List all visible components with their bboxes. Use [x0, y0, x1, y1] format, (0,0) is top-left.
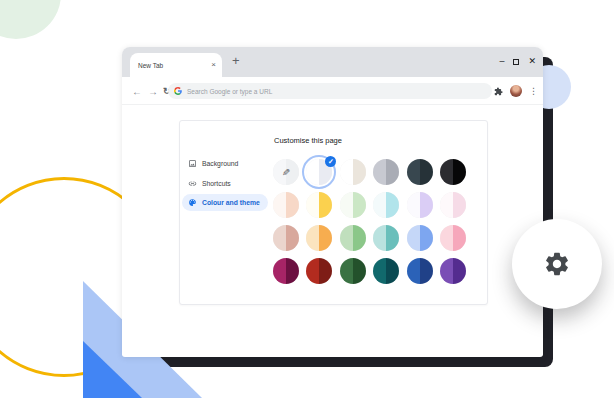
theme-swatch[interactable] — [373, 159, 399, 185]
swatch-circle — [306, 192, 332, 218]
address-bar[interactable]: Search Google or type a URL — [168, 83, 492, 99]
theme-swatch[interactable] — [373, 258, 399, 284]
swatch-left-half — [340, 258, 353, 284]
maximize-button[interactable] — [513, 59, 519, 65]
theme-swatch[interactable] — [373, 192, 399, 218]
theme-swatch[interactable] — [340, 225, 366, 251]
swatch-circle — [340, 258, 366, 284]
theme-swatch[interactable] — [340, 159, 366, 185]
swatch-right-half — [453, 258, 466, 284]
swatch-right-half — [420, 159, 433, 185]
tab-new-tab[interactable]: New Tab × — [130, 53, 222, 77]
swatch-right-half — [386, 225, 399, 251]
sidebar-item-colour-and-theme[interactable]: Colour and theme — [182, 194, 268, 211]
swatch-right-half — [353, 225, 366, 251]
theme-swatch[interactable] — [440, 159, 466, 185]
swatch-circle — [440, 192, 466, 218]
sidebar-item-background[interactable]: Background — [182, 155, 268, 172]
theme-swatch[interactable] — [440, 225, 466, 251]
theme-swatch[interactable] — [407, 225, 433, 251]
extension-icon[interactable] — [494, 87, 503, 96]
swatch-circle — [373, 258, 399, 284]
swatch-circle — [306, 258, 332, 284]
profile-avatar[interactable] — [510, 85, 522, 97]
swatch-left-half — [306, 258, 319, 284]
theme-swatch[interactable] — [273, 258, 299, 284]
swatch-right-half — [420, 225, 433, 251]
mint-circle-decoration — [0, 0, 61, 39]
theme-swatch[interactable] — [373, 225, 399, 251]
swatch-left-half — [273, 258, 286, 284]
forward-icon[interactable]: → — [148, 77, 158, 105]
new-tab-button[interactable]: + — [232, 54, 240, 67]
theme-swatch[interactable] — [340, 192, 366, 218]
swatch-left-half — [273, 225, 286, 251]
swatch-circle — [273, 192, 299, 218]
theme-swatch[interactable] — [273, 192, 299, 218]
swatch-left-half — [407, 192, 420, 218]
swatch-left-half — [340, 159, 353, 185]
theme-swatch[interactable] — [407, 192, 433, 218]
swatch-left-half — [340, 225, 353, 251]
sidebar-item-shortcuts[interactable]: Shortcuts — [182, 175, 268, 192]
swatch-right-half — [319, 225, 332, 251]
swatch-right-half — [319, 192, 332, 218]
swatch-left-half — [340, 192, 353, 218]
minimize-button[interactable]: – — [499, 57, 504, 66]
theme-swatch[interactable] — [306, 225, 332, 251]
swatch-right-half — [286, 258, 299, 284]
theme-swatch[interactable] — [340, 258, 366, 284]
theme-swatch[interactable] — [306, 258, 332, 284]
swatch-right-half — [386, 258, 399, 284]
theme-swatch[interactable] — [407, 159, 433, 185]
swatch-left-half — [440, 192, 453, 218]
sidebar-item-label: Colour and theme — [202, 199, 260, 206]
address-bar-placeholder: Search Google or type a URL — [187, 88, 272, 95]
swatch-right-half — [286, 225, 299, 251]
swatch-right-half — [353, 192, 366, 218]
sidebar-item-label: Shortcuts — [202, 180, 231, 187]
swatch-left-half — [407, 159, 420, 185]
swatch-row: ✎✓ — [273, 159, 466, 185]
swatch-left-half — [373, 225, 386, 251]
swatch-row — [273, 225, 466, 251]
pencil-icon: ✎ — [273, 159, 299, 185]
link-icon — [188, 179, 197, 188]
theme-swatch[interactable]: ✓ — [306, 159, 332, 185]
swatch-right-half — [420, 258, 433, 284]
swatch-left-half — [407, 258, 420, 284]
theme-swatch[interactable] — [407, 258, 433, 284]
swatch-circle — [440, 258, 466, 284]
card-title: Customise this page — [274, 136, 342, 145]
swatch-circle — [407, 159, 433, 185]
swatch-circle — [273, 258, 299, 284]
custom-colour-picker-swatch[interactable]: ✎ — [273, 159, 299, 185]
theme-swatch[interactable] — [273, 225, 299, 251]
tab-close-icon[interactable]: × — [211, 61, 216, 69]
back-icon[interactable]: ← — [132, 77, 142, 105]
sidebar-item-label: Background — [202, 160, 238, 167]
gear-icon — [543, 250, 571, 278]
settings-circle[interactable] — [512, 219, 602, 309]
swatch-circle — [306, 225, 332, 251]
swatch-right-half — [453, 159, 466, 185]
swatch-right-half — [453, 225, 466, 251]
swatch-circle — [273, 225, 299, 251]
swatch-circle — [407, 225, 433, 251]
palette-icon — [188, 198, 197, 207]
theme-swatch[interactable] — [306, 192, 332, 218]
theme-swatch[interactable] — [440, 192, 466, 218]
swatch-left-half — [306, 225, 319, 251]
swatch-right-half — [420, 192, 433, 218]
swatch-right-half — [386, 192, 399, 218]
panel-sidebar: BackgroundShortcutsColour and theme — [182, 155, 268, 214]
browser-toolbar: ← → ↻ Search Google or type a URL ⋮ — [122, 77, 543, 105]
swatch-left-half — [373, 258, 386, 284]
theme-swatch[interactable] — [440, 258, 466, 284]
swatch-circle — [440, 159, 466, 185]
tab-strip: New Tab × + – ✕ — [122, 47, 543, 77]
swatch-circle — [373, 159, 399, 185]
close-button[interactable]: ✕ — [528, 57, 536, 66]
menu-icon[interactable]: ⋮ — [529, 87, 538, 96]
window-controls: – ✕ — [499, 57, 536, 66]
